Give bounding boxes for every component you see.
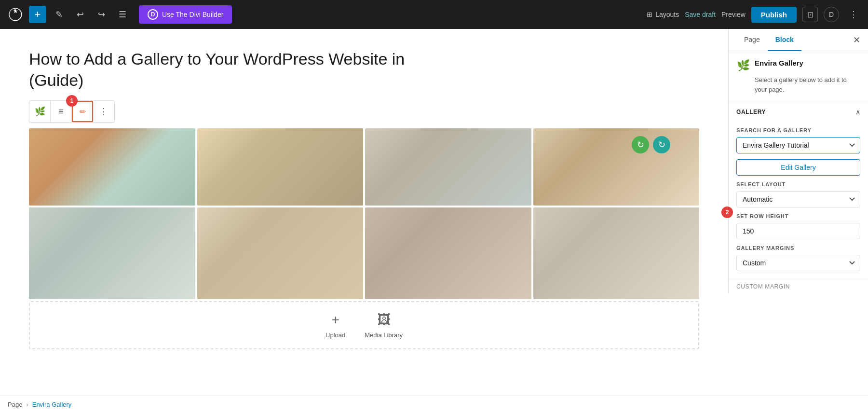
margins-select[interactable]: Custom [736,255,860,271]
save-draft-button[interactable]: Save draft [685,11,716,18]
gallery-select[interactable]: Envira Gallery Tutorial [736,137,860,153]
media-library-icon: 🖼 [377,312,391,328]
upload-button[interactable]: + Upload [326,312,345,339]
gallery-section-content: SEARCH FOR A GALLERY Envira Gallery Tuto… [729,122,868,279]
panel-close-button[interactable]: ✕ [853,29,860,51]
main-area: How to Add a Gallery to Your WordPress W… [0,29,868,396]
gallery-section-chevron: ∧ [855,108,860,116]
gallery-image-2[interactable] [197,128,364,206]
breadcrumb-separator: › [26,401,28,408]
media-library-button[interactable]: 🖼 Media Library [365,312,403,339]
upload-row: + Upload 🖼 Media Library [29,301,699,349]
layouts-button[interactable]: ⊞ Layouts [647,11,679,18]
tab-block[interactable]: Block [768,29,801,51]
select-layout-label: SELECT LAYOUT [736,181,860,187]
user-icon-button[interactable]: D [824,7,839,22]
breadcrumb-page[interactable]: Page [8,401,22,408]
preview-button[interactable]: Preview [721,11,746,18]
panel-tabs: Page Block ✕ [729,29,868,51]
pen-tool-button[interactable]: ✎ [50,6,68,23]
gallery-section-header[interactable]: Gallery ∧ [729,102,868,122]
topbar: + ✎ ↩ ↪ ☰ D Use The Divi Builder ⊞ Layou… [0,0,868,29]
divi-builder-label: Use The Divi Builder [162,11,223,18]
add-block-button[interactable]: + [29,6,46,23]
view-toggle-button[interactable]: ⊡ [802,7,818,22]
more-dots-icon: ⋮ [99,106,108,117]
gallery-margins-label: GALLERY MARGINS [736,245,860,251]
publish-label: Publish [761,11,787,19]
gallery-image-4[interactable] [533,128,700,206]
envira-leaf-button[interactable]: 🌿 [29,101,51,122]
plugin-title: Envira Gallery [755,59,803,67]
divi-builder-button[interactable]: D Use The Divi Builder [139,5,232,24]
publish-button[interactable]: Publish [751,7,797,23]
custom-margin-hint: CUSTOM MARGIN [729,279,868,294]
edit-pencil-icon: ✏ [80,107,86,116]
undo-button[interactable]: ↩ [71,6,89,23]
gallery-refresh-teal-button[interactable]: ↻ [653,136,670,153]
layouts-label: Layouts [655,11,679,18]
wp-logo[interactable] [6,5,25,24]
gallery-section-title: Gallery [736,109,766,115]
layout-select[interactable]: Automatic [736,191,860,207]
topbar-right: ⊞ Layouts Save draft Preview Publish ⊡ D… [647,6,862,23]
right-panel: Page Block ✕ 🌿 Envira Gallery Select a g… [728,29,868,294]
gallery-grid-row1 [29,128,699,206]
envira-plugin-icon: 🌿 [736,59,750,72]
right-panel-wrapper: 2 Page Block ✕ 🌿 Envira Gallery Select a… [728,29,868,396]
edit-gallery-button[interactable]: Edit Gallery [736,159,860,176]
gallery-image-8[interactable] [533,207,700,299]
gallery-grid-row2 [29,207,699,299]
upload-label: Upload [326,331,345,339]
tab-page[interactable]: Page [736,29,768,51]
divi-circle-icon: D [148,9,158,20]
bottom-bar: Page › Envira Gallery [0,396,868,413]
more-options-button[interactable]: ⋮ [845,6,862,23]
layouts-grid-icon: ⊞ [647,11,652,18]
plugin-header: 🌿 Envira Gallery [736,59,860,72]
gallery-image-1[interactable] [29,128,195,206]
gallery-image-5[interactable] [29,207,195,299]
page-title: How to Add a Gallery to Your WordPress W… [29,48,463,91]
envira-leaf-icon: 🌿 [35,106,45,117]
search-gallery-label: SEARCH FOR A GALLERY [736,127,860,133]
plugin-description: Select a gallery below to add it to your… [755,75,860,94]
more-options-block-button[interactable]: ⋮ [93,101,114,122]
preview-label: Preview [721,11,746,18]
gallery-refresh-green-button[interactable]: ↻ [632,136,649,153]
gallery-image-6[interactable] [197,207,364,299]
upload-plus-icon: + [331,312,339,328]
media-library-label: Media Library [365,331,403,339]
row-height-input[interactable] [736,223,860,239]
set-row-height-label: SET ROW HEIGHT [736,213,860,219]
gallery-image-3[interactable] [365,128,531,206]
content-area: How to Add a Gallery to Your WordPress W… [0,29,728,396]
save-draft-label: Save draft [685,11,716,18]
block-toolbar: 1 🌿 ≡ ✏ ⋮ [29,100,115,123]
gallery-image-7[interactable] [365,207,531,299]
breadcrumb-gallery[interactable]: Envira Gallery [32,401,72,408]
step1-badge: 1 [66,95,78,107]
step2-badge: 2 [721,206,733,218]
gallery-controls: ↻ ↻ [632,136,670,153]
align-icon: ≡ [58,107,64,117]
list-view-button[interactable]: ☰ [114,6,131,23]
redo-button[interactable]: ↪ [93,6,110,23]
plugin-info-section: 🌿 Envira Gallery Select a gallery below … [729,51,868,102]
